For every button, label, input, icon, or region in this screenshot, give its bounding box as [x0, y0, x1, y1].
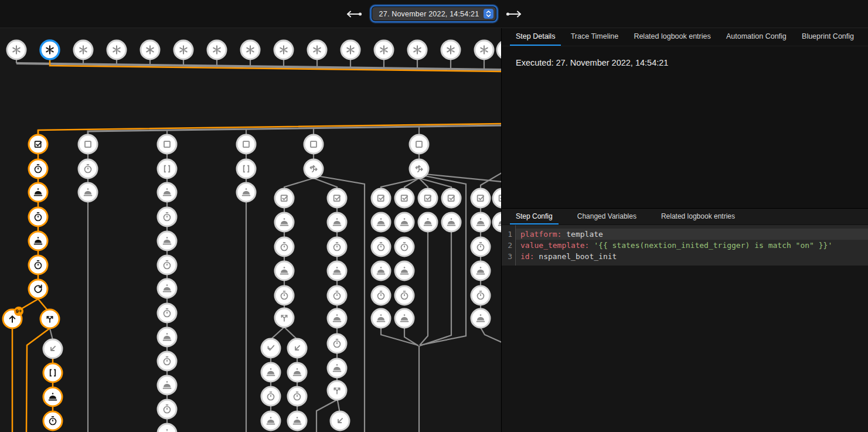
graph-node-repeat[interactable]: [29, 280, 47, 298]
graph-node-dome[interactable]: [372, 309, 390, 328]
graph-node-timer[interactable]: [158, 208, 176, 226]
graph-node-timer[interactable]: [79, 159, 97, 178]
trace-run-select[interactable]: 27. November 2022, 14:54:21: [372, 7, 496, 21]
tab-changed-variables[interactable]: Changed Variables: [571, 209, 642, 224]
graph-node-checkbox[interactable]: [372, 189, 390, 208]
graph-node-timer[interactable]: [275, 237, 294, 256]
graph-node-timer[interactable]: [288, 387, 307, 406]
graph-node-split[interactable]: [40, 309, 59, 328]
graph-node-dome[interactable]: [328, 213, 346, 232]
graph-node-square[interactable]: [158, 135, 176, 154]
graph-node-square[interactable]: [410, 135, 428, 154]
graph-node-dome[interactable]: [418, 213, 437, 232]
graph-node-dome[interactable]: [275, 261, 294, 280]
graph-node-dome[interactable]: [395, 261, 414, 280]
graph-node-asterisk[interactable]: [375, 40, 393, 59]
graph-node-dome[interactable]: [471, 213, 490, 232]
graph-node-checkbox[interactable]: [275, 189, 294, 208]
graph-node-asterisk[interactable]: [497, 40, 502, 59]
graph-node-arrowbl[interactable]: [331, 411, 349, 430]
graph-node-dome[interactable]: [395, 213, 414, 232]
graph-node-dome[interactable]: [261, 411, 280, 430]
graph-node-asterisk[interactable]: [274, 40, 293, 59]
graph-node-square[interactable]: [79, 135, 97, 154]
graph-node-checkbox[interactable]: [471, 189, 490, 208]
graph-node-dome[interactable]: [158, 183, 176, 202]
graph-node-timer[interactable]: [158, 400, 176, 419]
graph-node-checkbox[interactable]: [442, 189, 461, 208]
yaml-editor[interactable]: 1 2 3 platform: template value_template:…: [502, 225, 868, 266]
graph-node-asterisk[interactable]: [74, 40, 93, 59]
graph-node-dome[interactable]: [158, 232, 176, 250]
tab-config-related-logbook[interactable]: Related logbook entries: [655, 209, 741, 224]
graph-node-asterisk[interactable]: [341, 40, 360, 59]
graph-node-asterisk[interactable]: [475, 40, 493, 59]
graph-node-split[interactable]: [275, 308, 294, 327]
graph-node-arrowbl[interactable]: [43, 339, 62, 358]
graph-node-dome[interactable]: [328, 309, 346, 328]
graph-node-timer[interactable]: [261, 387, 280, 406]
graph-node-asterisk[interactable]: [174, 40, 193, 59]
graph-node-asterisk[interactable]: [241, 40, 260, 59]
graph-node-dome[interactable]: [493, 213, 502, 232]
graph-node-dome[interactable]: [261, 363, 280, 382]
graph-node-checkbox[interactable]: [328, 189, 346, 208]
graph-node-dome[interactable]: [79, 183, 97, 202]
graph-node-dome[interactable]: [372, 213, 390, 232]
tab-blueprint-config[interactable]: Blueprint Config: [796, 28, 860, 46]
graph-node-timer[interactable]: [328, 237, 346, 256]
graph-node-dome[interactable]: [158, 328, 176, 346]
graph-node-square[interactable]: [304, 135, 323, 154]
graph-node-dome[interactable]: [328, 359, 346, 377]
graph-node-dome[interactable]: [29, 232, 47, 250]
graph-node-dome[interactable]: [288, 411, 307, 430]
graph-node-choose[interactable]: [410, 159, 428, 178]
tab-related-logbook[interactable]: Related logbook entries: [628, 28, 716, 46]
graph-node-timer[interactable]: [29, 256, 47, 274]
next-run-button[interactable]: [505, 10, 523, 18]
graph-node-asterisk[interactable]: [40, 40, 59, 59]
graph-node-square[interactable]: [237, 135, 256, 154]
graph-node-brackets[interactable]: [237, 159, 256, 178]
graph-node-dome[interactable]: [158, 376, 176, 394]
graph-node-timer[interactable]: [372, 237, 390, 256]
graph-node-dome[interactable]: [442, 213, 461, 232]
graph-node-checkbox[interactable]: [418, 189, 437, 208]
graph-node-timer[interactable]: [471, 237, 490, 256]
graph-node-dome[interactable]: [43, 387, 62, 406]
graph-node-timer[interactable]: [43, 411, 62, 430]
graph-node-timer[interactable]: [328, 286, 346, 305]
graph-node-dome[interactable]: [372, 261, 390, 280]
graph-node-checkbox[interactable]: [493, 189, 502, 208]
graph-node-asterisk[interactable]: [107, 40, 126, 59]
graph-node-dome[interactable]: [158, 424, 176, 432]
graph-node-arrowup[interactable]: 9+: [3, 307, 23, 328]
tab-trace-timeline[interactable]: Trace Timeline: [565, 28, 625, 46]
graph-node-dome[interactable]: [275, 213, 294, 232]
graph-node-dome[interactable]: [471, 261, 490, 280]
graph-node-timer[interactable]: [29, 208, 47, 226]
graph-node-asterisk[interactable]: [441, 40, 460, 59]
graph-node-timer[interactable]: [471, 286, 490, 305]
graph-node-timer[interactable]: [158, 304, 176, 322]
graph-node-arrowbl[interactable]: [288, 339, 307, 358]
graph-node-split[interactable]: [328, 381, 346, 400]
graph-node-timer[interactable]: [395, 286, 414, 305]
graph-node-timer[interactable]: [158, 352, 176, 370]
graph-node-dome[interactable]: [395, 309, 414, 328]
graph-node-dome[interactable]: [29, 183, 47, 202]
graph-node-choose[interactable]: [304, 159, 323, 178]
graph-node-asterisk[interactable]: [408, 40, 427, 59]
graph-node-checkbox[interactable]: [395, 189, 414, 208]
previous-run-button[interactable]: [345, 10, 363, 18]
graph-node-timer[interactable]: [395, 237, 414, 256]
graph-node-dome[interactable]: [288, 363, 307, 382]
graph-node-timer[interactable]: [372, 286, 390, 305]
graph-node-brackets[interactable]: [43, 363, 62, 382]
graph-node-timer[interactable]: [328, 334, 346, 353]
graph-node-checkbox[interactable]: [29, 135, 47, 154]
graph-node-timer[interactable]: [158, 256, 176, 274]
graph-node-timer[interactable]: [29, 159, 47, 178]
graph-node-dome[interactable]: [328, 261, 346, 280]
graph-node-asterisk[interactable]: [207, 40, 226, 59]
